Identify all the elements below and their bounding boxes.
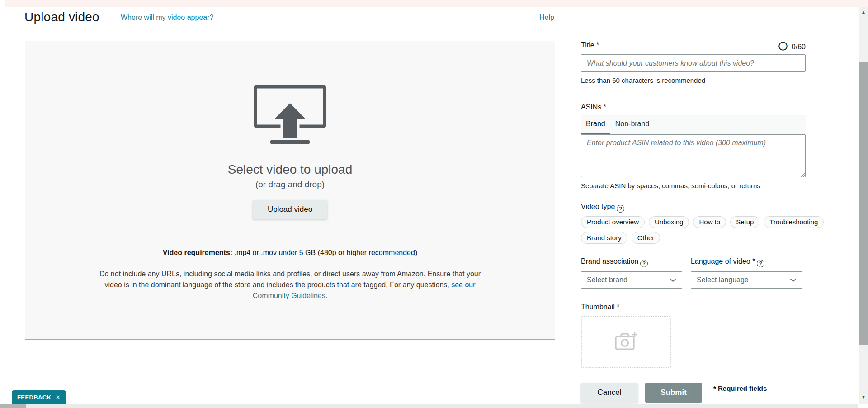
title-label: Title * xyxy=(581,41,599,49)
guidelines-paragraph: Do not include any URLs, including socia… xyxy=(91,269,489,301)
help-link[interactable]: Help xyxy=(539,14,554,22)
upload-video-button[interactable]: Upload video xyxy=(253,200,327,219)
chip-brand-story[interactable]: Brand story xyxy=(581,232,627,244)
chip-other[interactable]: Other xyxy=(632,232,660,244)
brand-select[interactable]: Select brand xyxy=(581,271,682,289)
scroll-down-arrow-icon[interactable]: ▼ xyxy=(859,394,868,399)
horizontal-scrollbar[interactable] xyxy=(0,404,858,408)
top-banner-strip xyxy=(5,0,868,7)
video-requirements: Video requirements: .mp4 or .mov under 5… xyxy=(163,249,418,257)
title-input[interactable] xyxy=(581,54,806,72)
title-counter: 0/60 xyxy=(778,41,806,53)
vertical-scrollbar[interactable]: ▲ ▼ xyxy=(859,7,868,404)
vertical-scrollbar-thumb[interactable] xyxy=(859,62,868,345)
video-requirements-text: .mp4 or .mov under 5 GB (480p or higher … xyxy=(232,249,417,256)
scroll-up-arrow-icon[interactable]: ▲ xyxy=(859,9,868,14)
language-required-asterisk: * xyxy=(752,257,755,265)
chip-product-overview[interactable]: Product overview xyxy=(581,216,645,228)
chevron-down-icon xyxy=(790,276,797,284)
required-fields-note: * Required fields xyxy=(713,384,767,392)
title-counter-value: 0/60 xyxy=(792,43,806,51)
chip-unboxing[interactable]: Unboxing xyxy=(649,216,689,228)
title-required-asterisk: * xyxy=(596,41,599,49)
upload-video-page: Upload video Where will my video appear?… xyxy=(0,0,868,408)
chip-troubleshooting[interactable]: Troubleshooting xyxy=(764,216,824,228)
language-label: Language of video *? xyxy=(691,257,764,267)
tab-non-brand[interactable]: Non-brand xyxy=(610,115,655,134)
asins-tabbar: Brand Non-brand xyxy=(581,115,806,134)
brand-association-help-icon[interactable]: ? xyxy=(640,260,648,267)
feedback-label: FEEDBACK xyxy=(17,394,51,401)
upload-to-screen-icon xyxy=(254,85,326,144)
video-dropzone[interactable]: Select video to upload (or drag and drop… xyxy=(25,41,555,340)
clock-icon xyxy=(778,41,788,53)
thumbnail-upload-box[interactable] xyxy=(581,316,671,368)
add-photo-camera-icon xyxy=(614,332,638,352)
where-will-my-video-appear-link[interactable]: Where will my video appear? xyxy=(121,14,213,22)
submit-button[interactable]: Submit xyxy=(645,383,702,403)
close-icon[interactable]: ✕ xyxy=(55,394,60,401)
horizontal-scrollbar-thumb[interactable] xyxy=(0,404,26,408)
video-type-chip-row-2: Brand story Other xyxy=(581,232,660,244)
video-type-chip-row-1: Product overview Unboxing How to Setup T… xyxy=(581,216,824,228)
community-guidelines-link[interactable]: Community Guidelines xyxy=(253,292,326,299)
guidelines-suffix: . xyxy=(326,292,327,299)
asins-required-asterisk: * xyxy=(604,103,606,111)
video-type-label: Video type? xyxy=(581,203,624,213)
feedback-button[interactable]: FEEDBACK ✕ xyxy=(12,390,66,404)
video-requirements-label: Video requirements: xyxy=(163,249,232,256)
tab-brand[interactable]: Brand xyxy=(581,115,610,134)
chevron-down-icon xyxy=(670,276,676,284)
language-select-value: Select language xyxy=(697,276,749,284)
video-details-panel: Title * 0/60 Less than 60 characters is … xyxy=(581,41,806,405)
thumbnail-label: Thumbnail * xyxy=(581,303,619,311)
cancel-button[interactable]: Cancel xyxy=(581,383,638,403)
video-type-help-icon[interactable]: ? xyxy=(617,205,624,213)
select-video-text: Select video to upload xyxy=(228,162,353,177)
asin-textarea[interactable] xyxy=(581,134,806,177)
guidelines-text: Do not include any URLs, including socia… xyxy=(99,270,481,289)
language-help-icon[interactable]: ? xyxy=(757,260,764,267)
language-select[interactable]: Select language xyxy=(691,271,802,289)
title-helper-text: Less than 60 characters is recommended xyxy=(581,76,705,84)
page-title: Upload video xyxy=(24,10,99,24)
brand-association-label: Brand association? xyxy=(581,257,648,267)
asins-helper-text: Separate ASIN by spaces, commas, semi-co… xyxy=(581,182,760,190)
chip-setup[interactable]: Setup xyxy=(730,216,760,228)
drag-and-drop-text: (or drag and drop) xyxy=(255,180,325,190)
chip-how-to[interactable]: How to xyxy=(693,216,726,228)
brand-select-value: Select brand xyxy=(587,276,627,284)
asins-label: ASINs * xyxy=(581,103,606,111)
thumbnail-required-asterisk: * xyxy=(617,303,619,311)
